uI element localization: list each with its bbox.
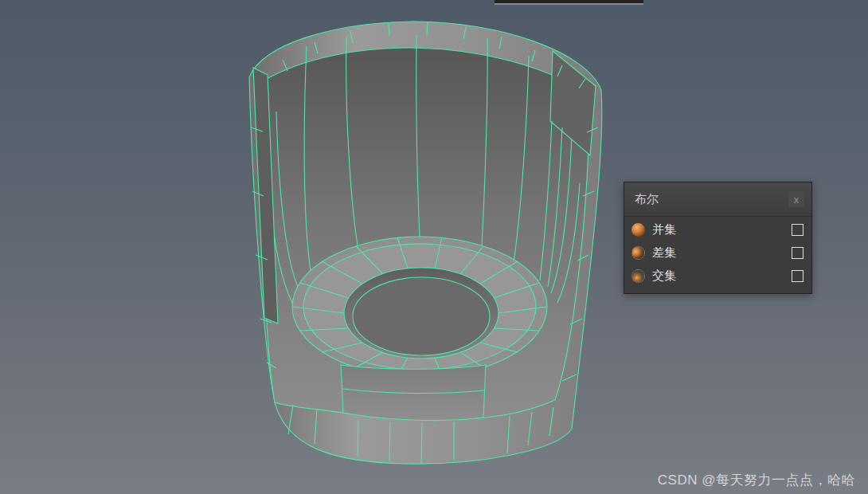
- menu-item-label: 交集: [652, 269, 784, 284]
- boolean-intersection-icon: [631, 269, 645, 283]
- watermark: CSDN @每天努力一点点，哈哈: [658, 471, 855, 489]
- menu-item-difference[interactable]: 差集: [624, 241, 811, 265]
- union-option-checkbox[interactable]: [792, 224, 803, 236]
- menu-item-label: 差集: [652, 245, 784, 261]
- cylinder-body: [249, 22, 602, 464]
- boolean-union-icon: [631, 223, 645, 237]
- intersection-option-checkbox[interactable]: [792, 270, 803, 282]
- menu-item-label: 并集: [652, 222, 784, 237]
- panel-close-button[interactable]: x: [788, 191, 804, 207]
- toolbar-fragment: [495, 0, 643, 5]
- panel-title: 布尔: [635, 192, 659, 207]
- keyway-notch: [341, 365, 486, 421]
- boolean-difference-icon: [631, 246, 645, 260]
- 3d-viewport[interactable]: 布尔 x 并集 差集 交集 CSDN @每天努力一点点，哈哈: [0, 0, 868, 494]
- difference-option-checkbox[interactable]: [792, 247, 803, 259]
- menu-item-union[interactable]: 并集: [624, 218, 811, 241]
- boolean-panel: 布尔 x 并集 差集 交集: [624, 182, 812, 294]
- menu-item-intersection[interactable]: 交集: [624, 265, 811, 288]
- panel-body: 并集 差集 交集: [624, 217, 811, 293]
- panel-titlebar[interactable]: 布尔 x: [624, 182, 811, 217]
